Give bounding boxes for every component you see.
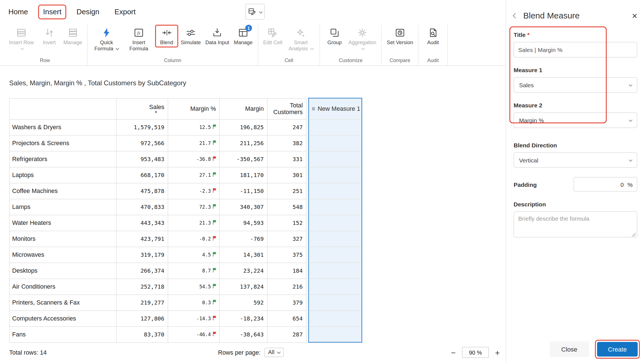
cell-total-customers[interactable]: 251 [267,183,306,199]
cell-rowlabel[interactable]: Printers, Scanners & Fax [10,294,117,310]
cell-total-customers[interactable]: 184 [267,263,306,279]
cell-margin[interactable]: 181,170 [219,167,267,183]
cell-new-measure[interactable] [308,215,362,231]
cell-margin-pct[interactable]: 27.1 [168,167,220,183]
back-button[interactable] [514,14,518,18]
column-header-margin[interactable]: Margin [219,98,267,119]
ribbon-button-quick-formula[interactable]: Quick Formula [91,25,122,54]
ribbon-button-insert-formula[interactable]: fxInsert Formula [123,25,155,54]
cell-total-customers[interactable]: 247 [267,119,306,135]
cell-total-customers[interactable]: 379 [267,294,306,310]
cell-sales[interactable]: 83,370 [116,326,168,342]
cell-new-measure[interactable] [308,135,362,151]
cell-margin-pct[interactable]: 54.5 [168,279,220,294]
zoom-out-button[interactable]: − [451,348,456,357]
cell-margin[interactable]: 340,307 [219,199,267,215]
cell-new-measure[interactable] [308,326,362,342]
cell-rowlabel[interactable]: Laptops [10,167,117,183]
cell-new-measure[interactable] [308,199,362,215]
cell-total-customers[interactable]: 287 [267,326,306,342]
cell-margin[interactable]: 14,301 [219,247,267,263]
cell-rowlabel[interactable]: Projectors & Screens [10,135,117,151]
cell-new-measure[interactable] [308,247,362,263]
cell-margin[interactable]: -350,567 [219,151,267,167]
cell-new-measure[interactable] [308,183,362,199]
cell-margin-pct[interactable]: 72.3 [168,199,220,215]
tab-home[interactable]: Home [3,5,33,20]
cell-margin[interactable]: 94,593 [219,215,267,231]
cell-sales[interactable]: 319,179 [116,247,168,263]
cell-new-measure[interactable] [308,151,362,167]
cell-margin-pct[interactable]: 4.5 [168,247,220,263]
cell-margin[interactable]: 23,224 [219,263,267,279]
ribbon-button-audit[interactable]: Audit [422,25,445,48]
cell-margin[interactable]: -11,150 [219,183,267,199]
close-icon[interactable]: × [632,11,637,20]
measure2-select[interactable]: Margin % [514,112,638,128]
cell-margin-pct[interactable]: -36.8 [168,151,220,167]
cell-rowlabel[interactable]: Computers Accessories [10,310,117,326]
cell-new-measure[interactable] [308,294,362,310]
cell-total-customers[interactable]: 382 [267,135,306,151]
cell-total-customers[interactable]: 331 [267,151,306,167]
cell-rowlabel[interactable]: Refrigerators [10,151,117,167]
cell-margin-pct[interactable]: 21.3 [168,215,220,231]
cell-sales[interactable]: 423,791 [116,231,168,247]
measure1-select[interactable]: Sales [514,77,638,93]
column-header-new-measure-1[interactable]: ≡New Measure 1 [308,98,362,119]
edit-mode-button[interactable] [245,4,265,20]
cell-total-customers[interactable]: 548 [267,199,306,215]
cell-margin-pct[interactable]: -2.3 [168,183,220,199]
cell-sales[interactable]: 127,806 [116,310,168,326]
description-textarea[interactable] [514,211,638,237]
close-button[interactable]: Close [550,342,589,357]
cell-rowlabel[interactable]: Lamps [10,199,117,215]
ribbon-button-manage[interactable]: 1Manage [232,25,255,48]
title-input[interactable] [514,42,638,58]
cell-new-measure[interactable] [308,310,362,326]
cell-new-measure[interactable] [308,231,362,247]
tab-export[interactable]: Export [109,5,141,20]
tab-insert[interactable]: Insert [38,5,67,20]
cell-new-measure[interactable] [308,119,362,135]
cell-sales[interactable]: 443,343 [116,215,168,231]
cell-sales[interactable]: 470,833 [116,199,168,215]
cell-total-customers[interactable]: 654 [267,310,306,326]
cell-margin[interactable]: -769 [219,231,267,247]
cell-rowlabel[interactable]: Microwaves [10,247,117,263]
cell-sales[interactable]: 252,718 [116,279,168,294]
column-header-margin[interactable]: Margin % [168,98,220,119]
cell-margin[interactable]: -18,234 [219,310,267,326]
cell-total-customers[interactable]: 301 [267,167,306,183]
cell-sales[interactable]: 219,277 [116,294,168,310]
cell-margin-pct[interactable]: 8.7 [168,263,220,279]
cell-rowlabel[interactable]: Air Conditioners [10,279,117,294]
cell-sales[interactable]: 668,170 [116,167,168,183]
cell-total-customers[interactable]: 216 [267,279,306,294]
cell-rowlabel[interactable]: Fans [10,326,117,342]
cell-total-customers[interactable]: 152 [267,215,306,231]
cell-new-measure[interactable] [308,167,362,183]
cell-sales[interactable]: 953,483 [116,151,168,167]
rows-per-page-select[interactable]: All [264,348,284,357]
cell-margin[interactable]: 137,824 [219,279,267,294]
cell-margin-pct[interactable]: -46.4 [168,326,220,342]
ribbon-button-simulate[interactable]: Simulate [179,25,203,48]
cell-rowlabel[interactable]: Washers & Dryers [10,119,117,135]
cell-margin-pct[interactable]: 12.5 [168,119,220,135]
cell-rowlabel[interactable]: Monitors [10,231,117,247]
ribbon-button-data-input[interactable]: Data Input [203,25,231,48]
cell-margin[interactable]: 196,825 [219,119,267,135]
cell-margin-pct[interactable]: 21.7 [168,135,220,151]
cell-total-customers[interactable]: 375 [267,247,306,263]
cell-sales[interactable]: 1,579,519 [116,119,168,135]
column-header-sales[interactable]: Sales▼ [116,98,168,119]
padding-input[interactable] [590,181,624,188]
ribbon-button-blend[interactable]: Blend [155,25,178,48]
cell-new-measure[interactable] [308,263,362,279]
ribbon-button-group[interactable]: Group [323,25,346,48]
create-button[interactable]: Create [597,342,638,357]
zoom-level[interactable]: 90 % [462,347,489,358]
zoom-in-button[interactable]: + [495,348,500,357]
tab-design[interactable]: Design [72,5,105,20]
